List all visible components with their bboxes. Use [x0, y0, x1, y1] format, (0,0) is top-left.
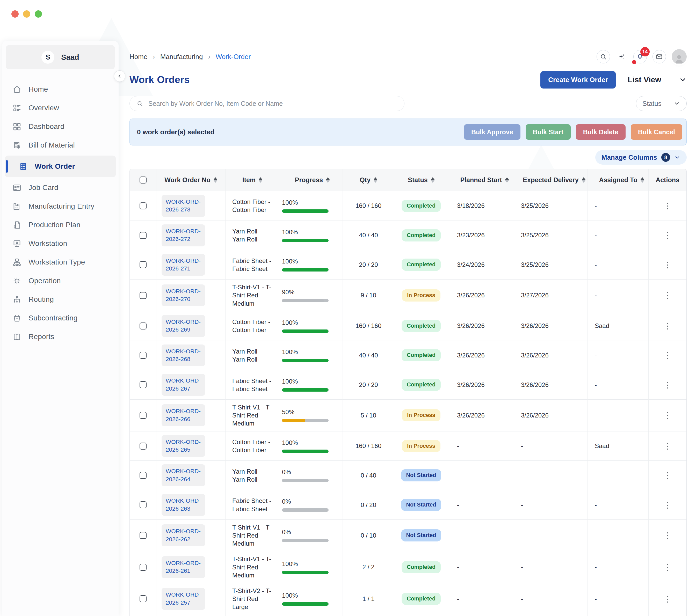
- view-selector[interactable]: List View: [628, 75, 687, 84]
- actions-cell: ⋮: [649, 461, 686, 490]
- row-checkbox[interactable]: [140, 472, 146, 479]
- row-checkbox[interactable]: [140, 381, 146, 388]
- actions-cell: ⋮: [649, 191, 686, 221]
- sort-icon[interactable]: [582, 177, 585, 183]
- sidebar-collapse-button[interactable]: [114, 70, 125, 82]
- work-order-link[interactable]: WORK-ORD-2026-264: [161, 464, 205, 486]
- select-all-checkbox[interactable]: [140, 177, 146, 183]
- breadcrumb-home[interactable]: Home: [129, 53, 147, 61]
- row-checkbox[interactable]: [140, 412, 146, 419]
- row-actions-menu-button[interactable]: ⋮: [660, 379, 675, 391]
- actions-cell: ⋮: [649, 400, 686, 432]
- sort-icon[interactable]: [505, 177, 509, 183]
- work-order-link[interactable]: WORK-ORD-2026-257: [161, 588, 205, 610]
- assigned-to-cell: -: [587, 615, 649, 616]
- sidebar-item-subcontracting[interactable]: Subcontracting: [2, 309, 118, 327]
- row-actions-menu-button[interactable]: ⋮: [660, 562, 675, 573]
- work-order-link[interactable]: WORK-ORD-2026-263: [161, 494, 205, 516]
- row-select-cell: [130, 461, 156, 490]
- bulk-approve-button[interactable]: Bulk Approve: [464, 124, 520, 140]
- sidebar-item-label: Overview: [29, 104, 59, 112]
- sort-icon[interactable]: [374, 177, 377, 183]
- search-input[interactable]: [148, 100, 397, 108]
- messages-button[interactable]: [652, 50, 666, 63]
- row-checkbox[interactable]: [140, 532, 146, 539]
- sort-icon[interactable]: [213, 177, 217, 183]
- work-order-link[interactable]: WORK-ORD-2026-272: [161, 224, 205, 246]
- sidebar-item-overview[interactable]: Overview: [2, 99, 118, 117]
- ai-assistant-button[interactable]: [616, 50, 628, 63]
- status-badge: Not Started: [401, 499, 442, 511]
- sort-icon[interactable]: [326, 177, 330, 183]
- zoom-button[interactable]: [35, 10, 42, 18]
- bulk-start-button[interactable]: Bulk Start: [526, 124, 571, 140]
- profile-card[interactable]: S Saad: [6, 45, 115, 69]
- table-header: Work Order NoItemProgressQtyStatusPlanne…: [130, 169, 686, 191]
- row-actions-menu-button[interactable]: ⋮: [660, 350, 675, 361]
- row-actions-menu-button[interactable]: ⋮: [660, 410, 675, 421]
- bulk-cancel-button[interactable]: Bulk Cancel: [631, 124, 682, 140]
- sidebar-item-operation[interactable]: Operation: [2, 272, 118, 290]
- work-order-link[interactable]: WORK-ORD-2026-261: [161, 556, 205, 578]
- sidebar-item-workstation[interactable]: Workstation: [2, 234, 118, 253]
- row-actions-menu-button[interactable]: ⋮: [660, 320, 675, 331]
- close-button[interactable]: [11, 10, 19, 18]
- header-assigned-to: Assigned To: [587, 169, 649, 191]
- row-actions-menu-button[interactable]: ⋮: [660, 499, 675, 510]
- row-checkbox[interactable]: [140, 442, 146, 450]
- row-actions-menu-button[interactable]: ⋮: [660, 200, 675, 211]
- sidebar-item-workstation-type[interactable]: Workstation Type: [2, 253, 118, 272]
- row-actions-menu-button[interactable]: ⋮: [660, 259, 675, 271]
- notifications-button[interactable]: 14: [633, 50, 647, 63]
- minimize-button[interactable]: [23, 10, 30, 18]
- sort-icon[interactable]: [431, 177, 434, 183]
- work-order-link[interactable]: WORK-ORD-2026-262: [161, 524, 205, 546]
- sort-icon[interactable]: [259, 177, 262, 183]
- row-checkbox[interactable]: [140, 501, 146, 508]
- search-button[interactable]: [597, 50, 610, 63]
- work-order-link[interactable]: WORK-ORD-2026-265: [161, 435, 205, 457]
- sidebar-item-production-plan[interactable]: Production Plan: [2, 216, 118, 234]
- row-actions-menu-button[interactable]: ⋮: [660, 470, 675, 481]
- work-order-link[interactable]: WORK-ORD-2026-273: [161, 195, 205, 217]
- row-checkbox[interactable]: [140, 232, 146, 239]
- work-order-link[interactable]: WORK-ORD-2026-269: [161, 315, 205, 337]
- row-checkbox[interactable]: [140, 261, 146, 268]
- work-order-link[interactable]: WORK-ORD-2026-266: [161, 404, 205, 426]
- breadcrumb-manufacturing[interactable]: Manufacturing: [160, 53, 203, 61]
- row-checkbox[interactable]: [140, 323, 146, 329]
- assigned-to-value: Saad: [595, 442, 609, 450]
- create-work-order-button[interactable]: Create Work Order: [540, 71, 616, 88]
- work-order-link[interactable]: WORK-ORD-2026-267: [161, 374, 205, 396]
- sidebar-item-home[interactable]: Home: [2, 80, 118, 99]
- sidebar-item-bill-of-material[interactable]: Bill of Material: [2, 136, 118, 155]
- row-checkbox[interactable]: [140, 202, 146, 209]
- row-checkbox[interactable]: [140, 564, 146, 571]
- item-cell: T-Shirt-V2 - T-Shirt Red Large: [225, 583, 276, 615]
- row-checkbox[interactable]: [140, 595, 146, 602]
- assigned-to-cell: -: [587, 461, 649, 490]
- bulk-delete-button[interactable]: Bulk Delete: [576, 124, 626, 140]
- sidebar-item-manufacturing-entry[interactable]: Manufacturing Entry: [2, 197, 118, 216]
- work-order-link[interactable]: WORK-ORD-2026-270: [161, 285, 205, 306]
- manage-columns-button[interactable]: Manage Columns 8: [595, 150, 687, 165]
- row-checkbox[interactable]: [140, 292, 146, 299]
- row-actions-menu-button[interactable]: ⋮: [660, 593, 675, 605]
- sort-icon[interactable]: [640, 177, 644, 183]
- table-row: WORK-ORD-2026-262T-Shirt-V1 - T-Shirt Re…: [130, 520, 686, 552]
- row-actions-menu-button[interactable]: ⋮: [660, 290, 675, 301]
- sidebar-item-reports[interactable]: Reports: [2, 327, 118, 346]
- expected-delivery-value: 3/26/2026: [521, 381, 549, 389]
- row-actions-menu-button[interactable]: ⋮: [660, 530, 675, 541]
- work-order-link[interactable]: WORK-ORD-2026-271: [161, 254, 205, 276]
- work-order-link[interactable]: WORK-ORD-2026-268: [161, 344, 205, 367]
- sidebar-item-routing[interactable]: Routing: [2, 290, 118, 309]
- row-checkbox[interactable]: [140, 352, 146, 359]
- status-filter[interactable]: Status: [636, 96, 687, 111]
- sidebar-item-job-card[interactable]: Job Card: [2, 178, 118, 197]
- row-actions-menu-button[interactable]: ⋮: [660, 440, 675, 452]
- user-avatar[interactable]: [672, 49, 687, 64]
- sidebar-item-work-order[interactable]: Work Order: [5, 156, 116, 177]
- sidebar-item-dashboard[interactable]: Dashboard: [2, 117, 118, 136]
- row-actions-menu-button[interactable]: ⋮: [660, 230, 675, 241]
